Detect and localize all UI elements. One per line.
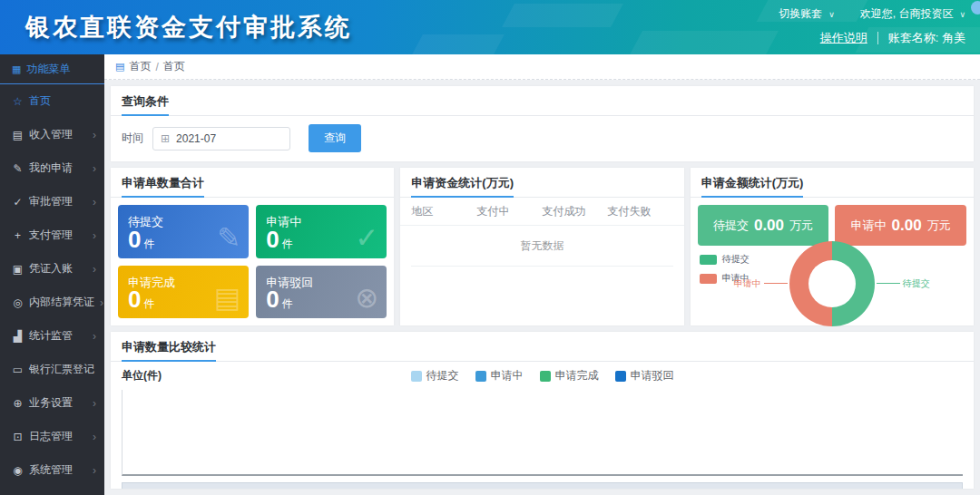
sidebar-item-label: 凭证入账 (29, 261, 87, 277)
breadcrumb-root-link[interactable]: 首页 (129, 59, 151, 74)
switch-account-label: 切换账套 (779, 6, 822, 22)
column-header: 支付失败 (608, 204, 673, 219)
legend-label: 待提交 (722, 253, 750, 266)
sidebar-item-label: 日志管理 (29, 429, 87, 444)
amount-donut-area: 待提交 申请中 申请中 (698, 248, 966, 318)
approval-check-icon: ✓ (12, 196, 24, 209)
chevron-right-icon: › (93, 263, 96, 276)
sidebar-item-home[interactable]: ☆ 首页 (0, 84, 104, 118)
stat-card-unit: 件 (143, 238, 154, 250)
stat-card-unit: 件 (282, 238, 293, 250)
sidebar-item-approval[interactable]: ✓ 审批管理 › (0, 185, 104, 218)
chevron-right-icon: › (93, 129, 96, 141)
empty-data-text: 暂无数据 (411, 226, 672, 267)
edit-document-icon: ✎ (217, 221, 240, 255)
bank-draft-icon: ▭ (12, 364, 24, 376)
app-header: 银农直联资金支付审批系统 切换账套 ∨ 欢迎您, 台商投资区 ∨ 操作说明 账套… (0, 0, 980, 54)
sidebar-item-business-settings[interactable]: ⊕ 业务设置 › (0, 386, 104, 420)
sidebar-item-label: 支付管理 (29, 228, 87, 243)
chevron-right-icon: › (93, 162, 96, 175)
legend-item-in-progress[interactable]: 申请中 (475, 368, 524, 383)
donut-callout-label: 申请中 (734, 277, 761, 290)
sidebar-item-voucher-entry[interactable]: ▣ 凭证入账 › (0, 252, 104, 286)
sidebar-item-payment[interactable]: + 支付管理 › (0, 218, 104, 252)
sidebar-item-label: 统计监管 (29, 328, 87, 344)
breadcrumb-separator: / (155, 61, 158, 73)
welcome-label: 欢迎您, 台商投资区 (860, 6, 954, 22)
sidebar-item-my-applications[interactable]: ✎ 我的申请 › (0, 151, 104, 185)
amount-box-value: 0.00 (754, 217, 784, 235)
operation-guide-link[interactable]: 操作说明 (820, 30, 867, 46)
amount-box-unit: 万元 (927, 218, 951, 234)
sidebar-item-label: 我的申请 (29, 160, 87, 176)
unit-label: 单位(件) (122, 368, 303, 383)
breadcrumb: ▤ 首页 / 首页 (104, 54, 980, 80)
legend-label: 待提交 (426, 368, 459, 383)
stats-chart-icon: ▟ (12, 330, 24, 343)
column-header: 支付中 (476, 204, 542, 219)
chevron-right-icon: › (93, 330, 96, 343)
sidebar-item-statistics[interactable]: ▟ 统计监管 › (0, 319, 104, 353)
home-star-icon: ☆ (12, 95, 24, 108)
query-panel-title: 查询条件 (122, 93, 169, 116)
search-button[interactable]: 查询 (309, 124, 361, 152)
sidebar-item-label: 银行汇票登记 (29, 362, 94, 377)
switch-account-dropdown[interactable]: 切换账套 ∨ (779, 6, 835, 22)
legend-swatch (615, 371, 626, 382)
legend-item-pending-submit[interactable]: 待提交 (700, 253, 750, 266)
legend-swatch (540, 371, 551, 382)
log-edit-icon: ⊡ (12, 431, 24, 443)
sidebar-item-log[interactable]: ⊡ 日志管理 › (0, 420, 104, 453)
stat-card-unit: 件 (143, 297, 154, 310)
settlement-ring-icon: ◎ (12, 296, 24, 309)
income-doc-icon: ▤ (12, 129, 24, 141)
legend-label: 申请驳回 (631, 368, 674, 383)
counts-panel: 申请单数量合计 待提交 0件 ✎ 申请中 0件 ✓ (111, 168, 394, 325)
sidebar-item-internal-settlement[interactable]: ◎ 内部结算凭证 › (0, 286, 104, 319)
header-decoration (502, 4, 623, 27)
sidebar: ▦ 功能菜单 ☆ 首页 ▤ 收入管理 › ✎ 我的申请 › ✓ 审批管理 › +… (0, 54, 104, 495)
chevron-right-icon: › (100, 296, 103, 309)
legend-item-pending-submit[interactable]: 待提交 (411, 368, 459, 383)
date-picker[interactable]: ⊞ (152, 127, 290, 150)
system-gear-icon: ◉ (12, 464, 24, 477)
stat-card-value: 0 (128, 226, 141, 253)
chevron-right-icon: › (93, 196, 96, 209)
time-label: 时间 (122, 131, 143, 146)
counts-panel-title: 申请单数量合计 (122, 175, 204, 198)
voucher-bag-icon: ▣ (12, 263, 24, 276)
amount-box-unit: 万元 (789, 218, 813, 234)
breadcrumb-current: 首页 (163, 59, 185, 74)
sidebar-item-income[interactable]: ▤ 收入管理 › (0, 118, 104, 151)
list-check-icon: ✓ (355, 221, 378, 255)
legend-swatch (475, 371, 486, 382)
document-icon: ▤ (214, 281, 240, 315)
funds-table-header: 地区 支付中 支付成功 支付失败 (400, 198, 683, 226)
compare-panel: 申请数量比较统计 单位(件) 待提交 申请中 (111, 332, 974, 489)
welcome-user-dropdown[interactable]: 欢迎您, 台商投资区 ∨ (860, 6, 965, 22)
sidebar-item-bank-draft[interactable]: ▭ 银行汇票登记 (0, 353, 104, 386)
amount-panel: 申请金额统计(万元) 待提交 0.00 万元 申请中 0.00 (691, 168, 974, 325)
legend-item-completed[interactable]: 申请完成 (540, 368, 599, 383)
legend-swatch (411, 371, 422, 382)
calendar-icon: ⊞ (161, 132, 170, 145)
legend-label: 申请完成 (555, 368, 599, 383)
app-title: 银农直联资金支付审批系统 (25, 11, 352, 44)
stat-card-value: 0 (128, 286, 141, 313)
query-panel: 查询条件 时间 ⊞ 查询 (111, 86, 974, 161)
date-input[interactable] (176, 132, 282, 145)
menu-grid-icon: ▦ (12, 63, 21, 75)
account-name-label: 账套名称: 角美 (888, 30, 965, 46)
amount-box-label: 待提交 (713, 218, 749, 234)
stat-card-in-progress: 申请中 0件 ✓ (256, 205, 387, 258)
sidebar-item-system[interactable]: ◉ 系统管理 › (0, 453, 104, 487)
sidebar-item-label: 首页 (29, 93, 91, 109)
legend-label: 申请中 (491, 368, 524, 383)
amount-donut-chart (789, 241, 875, 326)
chart-datazoom-slider[interactable] (122, 482, 963, 489)
corner-notification-dot[interactable] (971, 1, 980, 15)
legend-item-rejected[interactable]: 申请驳回 (615, 368, 674, 383)
sidebar-item-label: 收入管理 (29, 127, 87, 142)
breadcrumb-home-icon: ▤ (115, 61, 124, 73)
stat-card-rejected: 申请驳回 0件 ⊗ (256, 266, 387, 319)
